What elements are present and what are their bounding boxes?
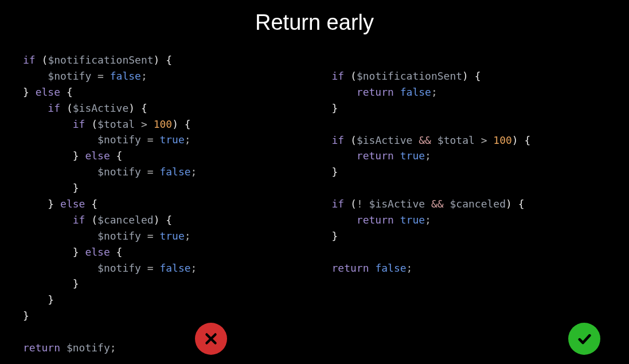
code-token-op: > — [475, 134, 494, 146]
code-token-op: ; — [185, 230, 191, 242]
code-token-var: $notify — [97, 262, 141, 274]
code-token-punct: } — [332, 102, 338, 114]
good-example-column: if ($notificationSent) { return false; }… — [332, 52, 607, 356]
good-code-block: if ($notificationSent) { return false; }… — [332, 52, 607, 276]
code-token-bool: false — [159, 166, 190, 178]
code-token-var: $notificationSent — [357, 70, 462, 82]
code-token-punct: } — [332, 166, 338, 178]
code-token-punct: ( — [60, 102, 73, 114]
code-token-punct: } — [73, 246, 85, 258]
code-token-var: $total — [97, 118, 135, 130]
code-token-num: 100 — [154, 118, 173, 130]
code-token-num: 100 — [493, 134, 512, 146]
code-token-bool: false — [375, 262, 406, 274]
code-token-punct: ( — [344, 198, 357, 210]
code-token-amp: && — [431, 198, 444, 210]
code-token-punct: ) { — [172, 118, 191, 130]
code-token-punct: ( — [344, 70, 357, 82]
code-token-kw: return — [332, 262, 369, 274]
bad-badge — [195, 323, 227, 355]
code-token-op: ; — [191, 166, 197, 178]
code-token-op: > — [135, 118, 154, 130]
code-token-punct: { — [110, 246, 123, 258]
code-token-punct: ) { — [154, 54, 173, 66]
code-token-kw: else — [36, 86, 60, 98]
code-token-punct: { — [110, 150, 123, 162]
code-token-punct: } — [73, 150, 85, 162]
code-token-op: = — [141, 166, 160, 178]
code-token-amp: && — [419, 134, 431, 146]
code-token-punct: ) { — [506, 198, 525, 210]
code-token-bool: false — [159, 262, 190, 274]
good-badge — [568, 323, 600, 355]
code-token-kw: else — [60, 198, 85, 210]
code-token-bool: true — [400, 214, 425, 226]
code-token-punct: ) { — [128, 102, 147, 114]
code-token-op: ; — [425, 214, 431, 226]
code-token-punct: } — [73, 182, 79, 194]
code-token-var: $isActive — [357, 134, 413, 146]
code-token-var: $isActive — [73, 102, 129, 114]
code-token-bool: false — [110, 70, 141, 82]
code-token-punct: ) { — [462, 70, 481, 82]
code-token-op: ; — [431, 86, 437, 98]
code-token-bool: true — [400, 150, 425, 162]
code-token-op: ! — [357, 198, 369, 210]
code-token-var: $isActive — [369, 198, 425, 210]
code-token-punct: } — [332, 230, 338, 242]
code-token-kw: if — [332, 134, 345, 146]
code-token-kw: if — [73, 214, 85, 226]
code-token-punct: } — [23, 310, 29, 322]
code-token-punct: ) { — [512, 134, 531, 146]
code-token-punct: } — [73, 277, 79, 289]
code-token-kw: else — [85, 150, 110, 162]
code-token-bool: true — [159, 230, 184, 242]
code-token-op: ; — [185, 134, 191, 146]
code-token-op: ; — [141, 70, 147, 82]
code-token-punct: { — [85, 198, 97, 210]
code-token-op: ; — [425, 150, 431, 162]
code-token-var: $notify — [97, 166, 141, 178]
code-token-punct: } — [23, 86, 36, 98]
check-icon — [576, 331, 592, 347]
code-token-kw: if — [48, 102, 60, 114]
code-token-punct: ( — [85, 214, 97, 226]
code-comparison: if ($notificationSent) { $notify = false… — [0, 52, 629, 356]
code-token-kw: return — [357, 214, 394, 226]
code-token-kw: return — [23, 342, 60, 354]
code-token-kw: if — [23, 54, 36, 66]
code-token-punct: ( — [36, 54, 48, 66]
code-token-var: $total — [437, 134, 475, 146]
code-token-bool: false — [400, 86, 431, 98]
code-token-bool: true — [159, 134, 184, 146]
code-token-var: $canceled — [450, 198, 506, 210]
cross-icon — [204, 331, 218, 346]
code-token-op: = — [141, 230, 160, 242]
code-token-kw: return — [357, 86, 394, 98]
code-token-var: $canceled — [97, 214, 154, 226]
code-token-op: = — [141, 134, 160, 146]
code-token-var: $notify — [48, 70, 91, 82]
code-token-var: $notify — [67, 342, 110, 354]
code-token-op: = — [91, 70, 110, 82]
code-token-kw: return — [357, 150, 394, 162]
code-token-kw: if — [73, 118, 85, 130]
code-token-punct: } — [48, 293, 54, 306]
code-token-op: ; — [407, 262, 413, 274]
code-token-punct: ( — [85, 118, 97, 130]
code-token-op: = — [141, 262, 160, 274]
code-token-punct: ( — [344, 134, 357, 146]
code-token-kw: if — [332, 70, 345, 82]
bad-example-column: if ($notificationSent) { $notify = false… — [23, 52, 298, 356]
page-title: Return early — [0, 0, 629, 52]
code-token-punct: } — [48, 198, 60, 210]
code-token-var: $notificationSent — [48, 54, 153, 66]
code-token-op: ; — [110, 342, 116, 354]
bad-code-block: if ($notificationSent) { $notify = false… — [23, 52, 298, 356]
code-token-punct: { — [60, 86, 73, 98]
code-token-var: $notify — [97, 134, 141, 146]
code-token-op: ; — [191, 262, 197, 274]
code-token-kw: if — [332, 198, 345, 210]
code-token-kw: else — [85, 246, 110, 258]
code-token-punct: ) { — [154, 214, 173, 226]
